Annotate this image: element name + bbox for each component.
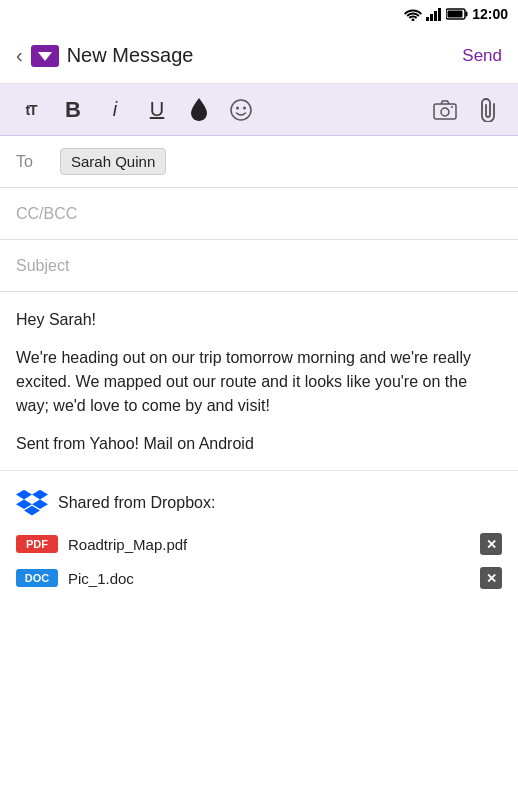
svg-point-12 [451,106,453,108]
cc-bcc-field[interactable]: CC/BCC [0,188,518,240]
italic-button[interactable]: i [96,91,134,129]
back-button[interactable]: ‹ [16,44,23,67]
pdf-badge: PDF [16,535,58,553]
to-field: To Sarah Quinn [0,136,518,188]
attach-button[interactable] [468,91,506,129]
header: ‹ New Message Send [0,28,518,84]
remove-pdf-button[interactable]: ✕ [480,533,502,555]
subject-field[interactable]: Subject [0,240,518,292]
ink-drop-icon [189,98,209,122]
attach-icon [477,98,497,122]
to-label: To [16,153,60,171]
attachment-row-doc: DOC Pic_1.doc ✕ [16,567,502,589]
camera-button[interactable] [426,91,464,129]
page-title: New Message [67,44,194,67]
svg-point-8 [236,106,239,109]
remove-doc-button[interactable]: ✕ [480,567,502,589]
battery-icon [446,8,468,20]
underline-button[interactable]: U [138,91,176,129]
svg-rect-3 [438,8,441,21]
doc-badge: DOC [16,569,58,587]
svg-rect-2 [434,11,437,21]
pdf-filename: Roadtrip_Map.pdf [68,536,470,553]
wifi-icon [404,7,422,21]
svg-rect-6 [448,11,463,18]
svg-rect-5 [466,12,468,17]
body-signature: Sent from Yahoo! Mail on Android [16,432,502,456]
recipient-chip[interactable]: Sarah Quinn [60,148,166,175]
doc-filename: Pic_1.doc [68,570,470,587]
emoji-button[interactable] [222,91,260,129]
header-left: ‹ New Message [16,44,462,67]
attachment-row-pdf: PDF Roadtrip_Map.pdf ✕ [16,533,502,555]
svg-point-7 [231,100,251,120]
bold-button[interactable]: B [54,91,92,129]
format-toolbar: tT B i U [0,84,518,136]
emoji-icon [230,99,252,121]
camera-icon [433,100,457,120]
body-main: We're heading out on our trip tomorrow m… [16,346,502,418]
svg-rect-1 [430,14,433,21]
body-greeting: Hey Sarah! [16,308,502,332]
status-icons: 12:00 [404,6,508,22]
subject-placeholder: Subject [16,257,69,275]
cc-bcc-placeholder: CC/BCC [16,205,77,223]
svg-rect-0 [426,17,429,21]
svg-point-11 [441,108,449,116]
mail-icon [31,45,59,67]
text-size-button[interactable]: tT [12,91,50,129]
compose-body[interactable]: Hey Sarah! We're heading out on our trip… [0,292,518,456]
status-bar: 12:00 [0,0,518,28]
send-button[interactable]: Send [462,46,502,66]
dropbox-icon [16,487,48,519]
ink-color-button[interactable] [180,91,218,129]
dropbox-header: Shared from Dropbox: [16,487,502,519]
attachment-section: Shared from Dropbox: PDF Roadtrip_Map.pd… [0,470,518,589]
dropbox-label: Shared from Dropbox: [58,494,215,512]
status-time: 12:00 [472,6,508,22]
svg-point-9 [243,106,246,109]
signal-icon [426,7,442,21]
